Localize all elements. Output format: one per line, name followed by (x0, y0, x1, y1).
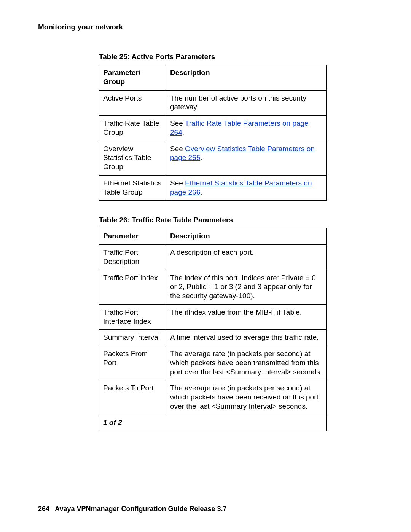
param-cell: Traffic Port Interface Index (99, 304, 166, 330)
table-row: Summary Interval A time interval used to… (99, 330, 327, 346)
desc-cell: See Overview Statistics Table Parameters… (166, 141, 327, 175)
desc-cell: See Traffic Rate Table Parameters on pag… (166, 116, 327, 141)
table-row: Traffic Port Description A description o… (99, 245, 327, 270)
param-cell: Overview Statistics Table Group (99, 141, 166, 175)
table-25: Parameter/ Group Description Active Port… (99, 65, 327, 201)
desc-cell: The index of this port. Indices are: Pri… (166, 270, 327, 304)
col-header-parameter: Parameter/ Group (99, 65, 166, 91)
table-row: Overview Statistics Table Group See Over… (99, 141, 327, 175)
footer-title: Avaya VPNmanager Configuration Guide Rel… (55, 505, 226, 513)
table-26-block: Table 26: Traffic Rate Table Parameters … (99, 216, 373, 431)
table-25-caption: Table 25: Active Ports Parameters (99, 53, 373, 61)
document-page: Monitoring your network Table 25: Active… (0, 0, 411, 532)
table-25-block: Table 25: Active Ports Parameters Parame… (99, 53, 373, 201)
desc-prefix: See (170, 179, 185, 187)
table-row: Traffic Port Index The index of this por… (99, 270, 327, 304)
desc-cell: A description of each port. (166, 245, 327, 270)
cross-ref-link[interactable]: Overview Statistics Table Parameters on … (170, 145, 315, 162)
param-cell: Traffic Rate Table Group (99, 116, 166, 141)
section-header: Monitoring your network (38, 23, 373, 31)
table-row: Ethernet Statistics Table Group See Ethe… (99, 175, 327, 201)
table-pager: 1 of 2 (99, 415, 327, 431)
param-cell: Active Ports (99, 90, 166, 116)
desc-prefix: See (170, 119, 185, 127)
table-row: Packets To Port The average rate (in pac… (99, 380, 327, 415)
col-header-description: Description (166, 228, 327, 245)
desc-suffix: . (200, 188, 202, 196)
table-row: Packets From Port The average rate (in p… (99, 346, 327, 380)
desc-cell: The ifIndex value from the MIB-II if Tab… (166, 304, 327, 330)
table-row: Active Ports The number of active ports … (99, 90, 327, 116)
desc-cell: The average rate (in packets per second)… (166, 346, 327, 380)
cross-ref-link[interactable]: Traffic Rate Table Parameters on page 26… (170, 119, 309, 136)
param-cell: Packets To Port (99, 380, 166, 415)
col-header-description: Description (166, 65, 327, 91)
param-cell: Ethernet Statistics Table Group (99, 175, 166, 201)
table-row: Traffic Rate Table Group See Traffic Rat… (99, 116, 327, 141)
page-number: 264 (38, 505, 49, 513)
param-cell: Traffic Port Description (99, 245, 166, 270)
col-header-parameter: Parameter (99, 228, 166, 245)
param-cell: Summary Interval (99, 330, 166, 346)
page-footer: 264Avaya VPNmanager Configuration Guide … (38, 505, 227, 513)
param-cell: Packets From Port (99, 346, 166, 380)
table-26: Parameter Description Traffic Port Descr… (99, 228, 327, 431)
desc-suffix: . (182, 128, 184, 136)
desc-cell: The number of active ports on this secur… (166, 90, 327, 116)
cross-ref-link[interactable]: Ethernet Statistics Table Parameters on … (170, 179, 312, 196)
desc-cell: The average rate (in packets per second)… (166, 380, 327, 415)
table-26-caption: Table 26: Traffic Rate Table Parameters (99, 216, 373, 224)
param-cell: Traffic Port Index (99, 270, 166, 304)
desc-cell: See Ethernet Statistics Table Parameters… (166, 175, 327, 201)
desc-suffix: . (200, 153, 202, 161)
table-header-row: Parameter/ Group Description (99, 65, 327, 91)
desc-cell: A time interval used to average this tra… (166, 330, 327, 346)
table-row: Traffic Port Interface Index The ifIndex… (99, 304, 327, 330)
table-header-row: Parameter Description (99, 228, 327, 245)
desc-prefix: See (170, 145, 185, 153)
table-pager-row: 1 of 2 (99, 415, 327, 431)
